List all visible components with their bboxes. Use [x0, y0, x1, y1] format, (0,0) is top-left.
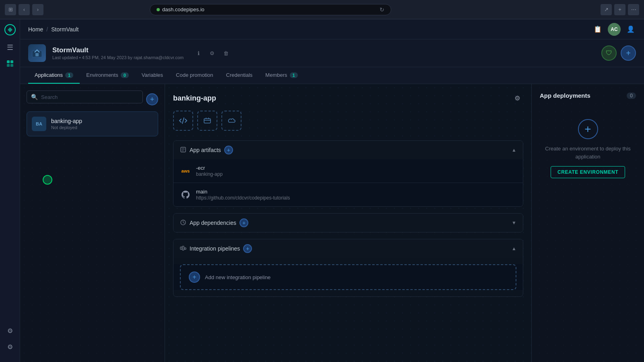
- main-content: Home / StormVault 📋 AC 👤 StormVault: [20, 19, 644, 362]
- browser-controls: ⊞ ‹ ›: [5, 4, 43, 15]
- app-settings-gear[interactable]: ⚙: [511, 92, 523, 104]
- section-pipelines: Integration pipelines + ▲ + Add new inte…: [173, 239, 523, 297]
- dependencies-chevron: ▼: [512, 220, 516, 226]
- app-item-status: Not deployed: [51, 125, 82, 130]
- search-input[interactable]: [41, 94, 138, 100]
- refresh-icon[interactable]: ↻: [380, 6, 384, 13]
- deployments-empty-state: + Create an environment to deploy this a…: [540, 107, 636, 190]
- shield-button[interactable]: 🛡: [601, 45, 617, 61]
- app-title-text: banking-app: [173, 94, 216, 103]
- info-icon[interactable]: ℹ: [193, 48, 204, 58]
- secure-indicator: [157, 8, 160, 11]
- project-meta: Last updated • 4:53 PM, 24 May 2023 by r…: [52, 55, 184, 60]
- tab-environments[interactable]: Environments 0: [80, 67, 135, 84]
- section-artifacts-left: App artifacts +: [180, 146, 512, 154]
- tab-members-badge: 1: [290, 72, 298, 78]
- add-pipeline-button[interactable]: +: [243, 244, 252, 253]
- deployments-empty-message: Create an environment to deploy this app…: [540, 145, 636, 160]
- deployments-header: App deployments 0: [540, 92, 636, 99]
- svg-rect-3: [7, 64, 10, 67]
- tab-bar: Applications 1 Environments 0 Variables …: [20, 67, 644, 84]
- breadcrumb: Home / StormVault: [28, 26, 78, 33]
- left-panel: 🔍 + BA banking-app Not deployed: [20, 84, 165, 362]
- url-bar[interactable]: dash.codepipes.io ↻: [150, 4, 391, 15]
- new-tab-btn[interactable]: +: [614, 4, 625, 15]
- app-logo[interactable]: [3, 23, 17, 37]
- tab-applications-badge: 1: [65, 72, 73, 78]
- app-avatar-ba: BA: [32, 117, 46, 131]
- artifacts-icon: [180, 146, 186, 154]
- app-layout: ☰ ⚙ ⚙ Home / StormVault 📋 AC: [0, 19, 644, 362]
- section-artifacts-title: App artifacts: [190, 147, 221, 153]
- dependencies-icon: [180, 219, 186, 227]
- section-dependencies: App dependencies + ▼: [173, 213, 523, 232]
- github-icon: [180, 189, 191, 200]
- svg-rect-1: [7, 60, 10, 63]
- app-list-item[interactable]: BA banking-app Not deployed: [27, 111, 158, 136]
- tab-variables-label: Variables: [142, 72, 163, 78]
- add-project-button[interactable]: +: [621, 45, 636, 61]
- tab-switcher-btn[interactable]: ⊞: [5, 4, 16, 15]
- search-row: 🔍 +: [27, 90, 158, 108]
- tab-applications-label: Applications: [35, 72, 63, 78]
- back-btn[interactable]: ‹: [19, 4, 30, 15]
- artifact-ecr-name: -ecr: [196, 165, 223, 171]
- docs-icon[interactable]: 📋: [592, 24, 603, 35]
- aws-ecr-icon: aws: [180, 165, 191, 177]
- top-nav-right: 📋 AC 👤: [592, 23, 636, 36]
- tab-credentials[interactable]: Credentials: [220, 67, 259, 84]
- section-pipelines-left: Integration pipelines +: [180, 244, 512, 253]
- create-deployment-plus[interactable]: +: [578, 119, 598, 139]
- middle-panel: banking-app ⚙: [165, 84, 531, 362]
- tab-code-promotion[interactable]: Code promotion: [169, 67, 220, 84]
- tab-members-label: Members: [265, 72, 287, 78]
- create-environment-button[interactable]: CREATE ENVIRONMENT: [551, 166, 625, 178]
- artifact-github: main https://github.com/cldcvr/codepipes…: [173, 183, 523, 206]
- delete-project-icon[interactable]: 🗑: [221, 48, 231, 58]
- deployments-count-badge: 0: [627, 93, 636, 99]
- pipeline-icon-code[interactable]: [173, 111, 193, 131]
- right-panel: App deployments 0 + Create an environmen…: [531, 84, 644, 362]
- forward-btn[interactable]: ›: [32, 4, 43, 15]
- project-header-right: 🛡 +: [601, 45, 636, 61]
- section-dependencies-header[interactable]: App dependencies + ▼: [173, 214, 523, 232]
- tab-environments-badge: 0: [121, 72, 129, 78]
- app-item-name: banking-app: [51, 118, 82, 124]
- artifact-github-url: https://github.com/cldcvr/codepipes-tuto…: [196, 195, 290, 201]
- section-artifacts-content: aws -ecr banking-app: [173, 159, 523, 206]
- settings-bottom-icon[interactable]: ⚙: [3, 339, 17, 354]
- add-artifact-button[interactable]: +: [224, 146, 233, 154]
- more-btn[interactable]: ⋯: [628, 4, 639, 15]
- content-area: 🔍 + BA banking-app Not deployed: [20, 84, 644, 362]
- breadcrumb-home[interactable]: Home: [28, 26, 43, 33]
- deployments-title: App deployments: [540, 92, 590, 99]
- edit-project-icon[interactable]: ⚙: [207, 48, 217, 58]
- section-pipelines-header[interactable]: Integration pipelines + ▲: [173, 239, 523, 258]
- dashboard-icon[interactable]: [3, 56, 17, 71]
- connections-icon[interactable]: ⚙: [3, 323, 17, 338]
- user-profile-icon[interactable]: 👤: [625, 24, 636, 35]
- artifact-github-info: main https://github.com/cldcvr/codepipes…: [196, 189, 290, 201]
- add-integration-box[interactable]: + Add new integration pipeline: [180, 264, 516, 290]
- tab-variables[interactable]: Variables: [135, 67, 169, 84]
- pipeline-icon-cloud[interactable]: [221, 111, 242, 131]
- section-artifacts-header[interactable]: App artifacts + ▲: [173, 141, 523, 159]
- section-pipelines-title: Integration pipelines: [190, 245, 240, 252]
- project-info: StormVault Last updated • 4:53 PM, 24 Ma…: [52, 46, 184, 60]
- integration-plus-icon: +: [189, 272, 200, 283]
- pipeline-icon-container[interactable]: [197, 111, 217, 131]
- user-avatar[interactable]: AC: [608, 23, 621, 36]
- project-title: StormVault: [52, 46, 184, 54]
- add-app-button[interactable]: +: [146, 93, 158, 105]
- artifact-ecr-info: -ecr banking-app: [196, 165, 223, 177]
- hamburger-icon[interactable]: ☰: [3, 40, 17, 55]
- tab-applications[interactable]: Applications 1: [28, 67, 80, 84]
- search-icon: 🔍: [31, 94, 38, 100]
- svg-rect-7: [204, 119, 211, 123]
- share-btn[interactable]: ↗: [601, 4, 612, 15]
- svg-rect-10: [180, 247, 182, 249]
- pipeline-icons-row: [173, 111, 523, 131]
- tab-members[interactable]: Members 1: [259, 67, 304, 84]
- add-dependency-button[interactable]: +: [239, 218, 248, 227]
- artifact-ecr-sub: banking-app: [196, 171, 223, 177]
